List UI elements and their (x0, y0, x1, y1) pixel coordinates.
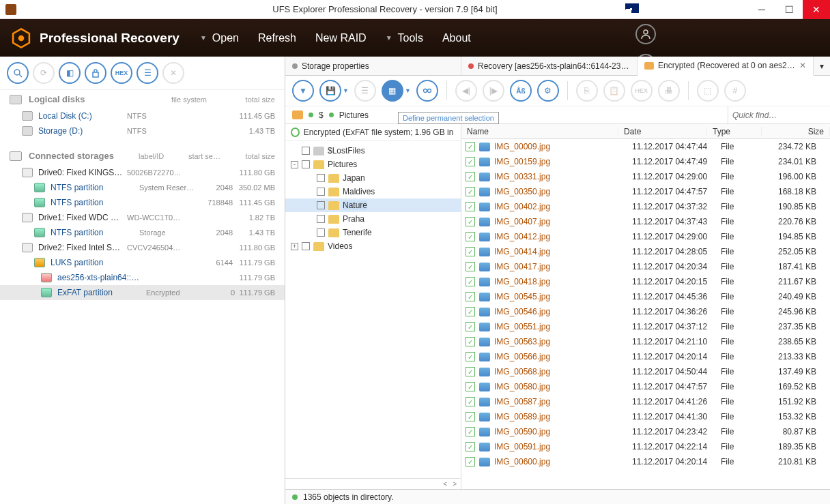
file-row[interactable]: ✓IMG_00591.jpg11.12.2017 04:22:14File189… (461, 439, 830, 454)
tab[interactable]: Recovery [aes256-xts-plain64::6144-2344… (461, 57, 638, 75)
folder-checkbox[interactable] (317, 174, 325, 182)
close-storage-icon[interactable]: ✕ (162, 62, 184, 84)
folder-checkbox[interactable] (302, 242, 310, 250)
file-checkbox[interactable]: ✓ (466, 247, 475, 256)
file-checkbox[interactable]: ✓ (466, 397, 475, 406)
cluster-icon[interactable]: ⬚ (697, 80, 719, 102)
tree-scrollbar[interactable]: <> (285, 478, 461, 489)
file-row[interactable]: ✓IMG_00418.jpg11.12.2017 04:20:15File211… (461, 274, 830, 289)
file-row[interactable]: ✓IMG_00159.jpg11.12.2017 04:47:49File234… (461, 154, 830, 169)
partition-row[interactable]: NTFS partition718848111.45 GB (0, 195, 285, 210)
folder-checkbox[interactable] (302, 160, 310, 168)
file-row[interactable]: ✓IMG_00331.jpg11.12.2017 04:29:00File196… (461, 169, 830, 184)
folder-checkbox[interactable] (317, 188, 325, 196)
filter-icon[interactable]: ▼ (292, 80, 314, 102)
user-button[interactable] (635, 24, 656, 44)
select-icon[interactable]: ☰ (354, 80, 376, 102)
file-row[interactable]: ✓IMG_00546.jpg11.12.2017 04:36:26File245… (461, 304, 830, 319)
file-row[interactable]: ✓IMG_00589.jpg11.12.2017 04:41:30File153… (461, 409, 830, 424)
col-date[interactable]: Date (618, 127, 707, 136)
expand-icon[interactable]: + (291, 243, 298, 250)
menu-about[interactable]: About (442, 32, 471, 44)
file-checkbox[interactable]: ✓ (466, 442, 475, 451)
tab[interactable]: Encrypted (Recovered at 0 on aes25…✕ (638, 57, 814, 76)
copy-icon[interactable]: ⎘ (576, 80, 598, 102)
expand-icon[interactable]: - (291, 161, 298, 168)
file-row[interactable]: ✓IMG_00590.jpg11.12.2017 04:23:42File80.… (461, 424, 830, 439)
file-row[interactable]: ✓IMG_00566.jpg11.12.2017 04:20:14File213… (461, 349, 830, 364)
col-name[interactable]: Name (461, 127, 618, 136)
file-checkbox[interactable]: ✓ (466, 262, 475, 271)
partition-row[interactable]: aes256-xts-plain64::…111.79 GB (0, 270, 285, 285)
file-row[interactable]: ✓IMG_00568.jpg11.12.2017 04:50:44File137… (461, 364, 830, 379)
file-row[interactable]: ✓IMG_00563.jpg11.12.2017 04:21:10File238… (461, 334, 830, 349)
partition-row[interactable]: LUKS partition6144111.79 GB (0, 255, 285, 270)
search-icon[interactable] (7, 62, 29, 84)
drive-row[interactable]: Drive2: Fixed Intel S…CVCV246504…111.80 … (0, 240, 285, 255)
quick-find[interactable]: 🔍 (728, 106, 830, 123)
file-row[interactable]: ✓IMG_00350.jpg11.12.2017 04:47:57File168… (461, 184, 830, 199)
folder-node[interactable]: $LostFiles (285, 144, 461, 158)
folder-node[interactable]: Japan (285, 171, 461, 185)
partition-row[interactable]: ExFAT partitionEncrypted0111.79 GB (0, 285, 285, 300)
file-checkbox[interactable]: ✓ (466, 337, 475, 346)
folder-node[interactable]: +Videos (285, 239, 461, 253)
menu-open[interactable]: ▼Open (200, 32, 239, 44)
file-row[interactable]: ✓IMG_00580.jpg11.12.2017 04:47:57File169… (461, 379, 830, 394)
partition-row[interactable]: NTFS partitionStorage20481.43 TB (0, 225, 285, 240)
breadcrumb-dollar[interactable]: $ (319, 110, 324, 120)
folder-node[interactable]: Nature (285, 198, 461, 212)
search-input[interactable] (732, 110, 830, 120)
lock-icon[interactable] (85, 62, 106, 84)
file-row[interactable]: ✓IMG_00417.jpg11.12.2017 04:20:34File187… (461, 259, 830, 274)
language-selector[interactable]: ENG (625, 2, 667, 14)
partition-row[interactable]: NTFS partitionSystem Reser…2048350.02 MB (0, 180, 285, 195)
file-checkbox[interactable]: ✓ (466, 157, 475, 166)
file-checkbox[interactable]: ✓ (466, 172, 475, 181)
folder-checkbox[interactable] (317, 228, 325, 237)
file-row[interactable]: ✓IMG_00402.jpg11.12.2017 04:37:32File190… (461, 199, 830, 214)
hex-view-icon[interactable]: HEX (631, 80, 653, 102)
hash-icon[interactable]: # (724, 80, 746, 102)
print-icon[interactable]: 🖶 (658, 80, 680, 102)
next-icon[interactable]: |▶ (483, 80, 504, 102)
file-row[interactable]: ✓IMG_00414.jpg11.12.2017 04:28:05File252… (461, 244, 830, 259)
font-icon[interactable]: Åß (510, 80, 532, 102)
logical-disk-row[interactable]: Local Disk (C:)NTFS111.45 GB (0, 108, 285, 123)
file-checkbox[interactable]: ✓ (466, 412, 475, 421)
menu-new-raid[interactable]: New RAID (315, 32, 367, 44)
list-icon[interactable]: ☰ (137, 62, 158, 84)
file-row[interactable]: ✓IMG_00551.jpg11.12.2017 04:37:12File237… (461, 319, 830, 334)
folder-node[interactable]: -Pictures (285, 158, 461, 171)
find-icon[interactable] (416, 80, 438, 102)
file-checkbox[interactable]: ✓ (466, 202, 475, 211)
tabs-overflow-icon[interactable]: ▾ (814, 57, 830, 75)
file-checkbox[interactable]: ✓ (466, 187, 475, 196)
col-type[interactable]: Type (707, 127, 762, 136)
tab[interactable]: Storage properties (285, 57, 461, 75)
folder-node[interactable]: Tenerife (285, 226, 461, 239)
prev-icon[interactable]: ◀| (455, 80, 477, 102)
refresh-icon[interactable]: ⟳ (33, 62, 55, 84)
file-row[interactable]: ✓IMG_00412.jpg11.12.2017 04:29:00File194… (461, 229, 830, 244)
file-checkbox[interactable]: ✓ (466, 142, 475, 151)
settings-tool-icon[interactable]: ⚙ (537, 80, 559, 102)
file-row[interactable]: ✓IMG_00545.jpg11.12.2017 04:45:36File240… (461, 289, 830, 304)
file-checkbox[interactable]: ✓ (466, 322, 475, 331)
file-checkbox[interactable]: ✓ (466, 292, 475, 301)
file-checkbox[interactable]: ✓ (466, 307, 475, 316)
folder-checkbox[interactable] (317, 201, 325, 209)
disk-image-icon[interactable]: ◧ (59, 62, 81, 84)
file-row[interactable]: ✓IMG_00600.jpg11.12.2017 04:20:14File210… (461, 454, 830, 469)
file-checkbox[interactable]: ✓ (466, 457, 475, 466)
save-icon[interactable]: 💾 (319, 80, 341, 102)
breadcrumb-root-icon[interactable] (292, 110, 303, 119)
file-row[interactable]: ✓IMG_00407.jpg11.12.2017 04:37:43File220… (461, 214, 830, 229)
folder-node[interactable]: Maldives (285, 185, 461, 198)
file-row[interactable]: ✓IMG_00009.jpg11.12.2017 04:47:44File234… (461, 139, 830, 154)
folder-node[interactable]: Praha (285, 212, 461, 226)
paste-icon[interactable]: 📋 (603, 80, 625, 102)
file-row[interactable]: ✓IMG_00587.jpg11.12.2017 04:41:26File151… (461, 394, 830, 409)
file-checkbox[interactable]: ✓ (466, 427, 475, 436)
drive-row[interactable]: Drive0: Fixed KINGS…50026B72270…111.80 G… (0, 165, 285, 180)
